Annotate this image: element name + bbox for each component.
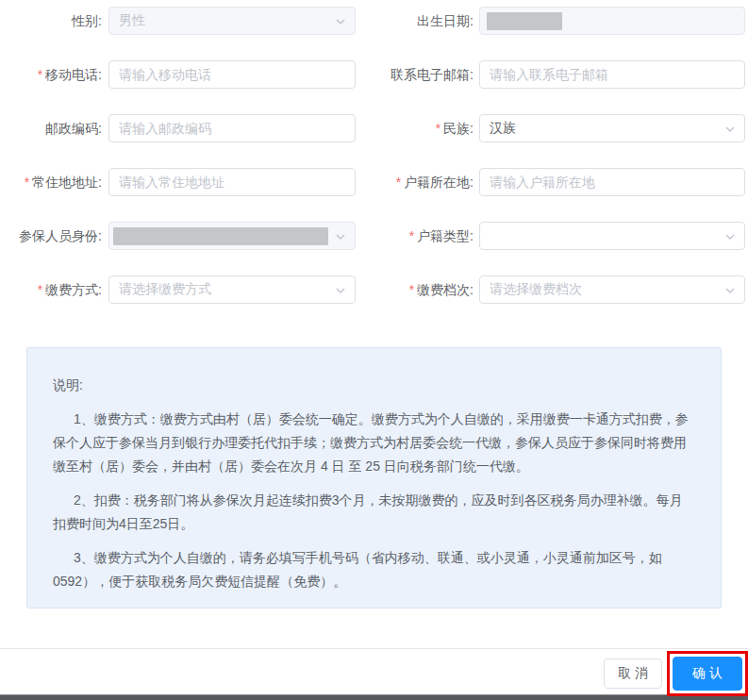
- chevron-down-icon: [334, 15, 347, 28]
- instruction-paragraph-3: 3、缴费方式为个人自缴的，请务必填写手机号码（省内移动、联通、或小灵通，小灵通前…: [53, 546, 695, 593]
- pay-method-placeholder: 请选择缴费方式: [119, 281, 211, 298]
- chevron-down-icon: [334, 284, 347, 297]
- form-row-1: 性别: 男性 出生日期:: [0, 7, 748, 35]
- cancel-button[interactable]: 取 消: [604, 658, 662, 689]
- redacted-value: [113, 227, 328, 245]
- required-asterisk: *: [409, 282, 414, 297]
- instruction-paragraph-1: 1、缴费方式：缴费方式由村（居）委会统一确定。缴费方式为个人自缴的，采用缴费一卡…: [53, 408, 695, 478]
- mobile-label: *移动电话:: [0, 60, 102, 89]
- residence-label: *常住地地址:: [0, 168, 102, 196]
- pay-method-label: *缴费方式:: [0, 275, 102, 304]
- residence-input-wrap: [108, 168, 356, 196]
- gender-value: 男性: [119, 12, 145, 29]
- pay-tier-label: *缴费档次:: [363, 275, 474, 304]
- email-input[interactable]: [490, 67, 718, 82]
- pay-tier-placeholder: 请选择缴费档次: [490, 281, 582, 298]
- required-asterisk: *: [38, 282, 42, 297]
- mobile-input-wrap: [108, 60, 356, 89]
- form-row-2: *移动电话: 联系电子邮箱:: [0, 60, 748, 89]
- hukou-place-label: *户籍所在地:: [363, 168, 474, 196]
- required-asterisk: *: [396, 175, 401, 190]
- hukou-place-input[interactable]: [490, 175, 718, 190]
- form-row-3: 邮政编码: *民族: 汉族: [0, 114, 748, 142]
- chevron-down-icon: [723, 284, 737, 297]
- required-asterisk: *: [25, 175, 29, 190]
- required-asterisk: *: [38, 67, 42, 82]
- hukou-type-label: *户籍类型:: [363, 222, 474, 250]
- postal-input-wrap: [108, 114, 356, 142]
- chevron-down-icon: [334, 230, 347, 243]
- dialog-footer: 取 消 确 认: [0, 648, 748, 698]
- ethnicity-select[interactable]: 汉族: [479, 114, 745, 142]
- birth-date-input[interactable]: [479, 7, 745, 35]
- ethnicity-value: 汉族: [490, 120, 516, 137]
- chevron-down-icon: [723, 123, 737, 136]
- pay-tier-select[interactable]: 请选择缴费档次: [479, 275, 745, 304]
- ethnicity-label: *民族:: [363, 114, 474, 142]
- redacted-value: [487, 12, 562, 30]
- postal-label: 邮政编码:: [0, 114, 102, 142]
- form-row-5: 参保人员身份: *户籍类型:: [0, 222, 748, 250]
- instruction-paragraph-2: 2、扣费：税务部门将从参保次月起连续扣费3个月，未按期缴费的，应及时到各区税务局…: [53, 489, 695, 536]
- identity-select[interactable]: [108, 222, 356, 250]
- hukou-place-input-wrap: [479, 168, 745, 196]
- form-area: 性别: 男性 出生日期: *移动电话: 联系电子邮箱: 邮政编码:: [0, 0, 748, 304]
- mobile-input[interactable]: [119, 67, 328, 82]
- annotation-highlight: 确 认: [667, 651, 748, 696]
- gender-select[interactable]: 男性: [108, 7, 356, 35]
- gender-label: 性别:: [0, 7, 102, 35]
- email-input-wrap: [479, 60, 745, 89]
- form-row-4: *常住地地址: *户籍所在地:: [0, 168, 748, 196]
- confirm-button[interactable]: 确 认: [673, 657, 742, 691]
- instructions-title: 说明:: [53, 374, 695, 397]
- residence-input[interactable]: [119, 175, 328, 190]
- enrollment-form-dialog: 性别: 男性 出生日期: *移动电话: 联系电子邮箱: 邮政编码:: [0, 0, 748, 700]
- hukou-type-select[interactable]: [479, 222, 745, 250]
- postal-input[interactable]: [119, 121, 328, 136]
- instructions-box: 说明: 1、缴费方式：缴费方式由村（居）委会统一确定。缴费方式为个人自缴的，采用…: [26, 347, 722, 608]
- email-label: 联系电子邮箱:: [363, 60, 474, 89]
- pay-method-select[interactable]: 请选择缴费方式: [108, 275, 356, 304]
- required-asterisk: *: [436, 121, 440, 136]
- birth-date-label: 出生日期:: [363, 7, 474, 35]
- form-row-6: *缴费方式: 请选择缴费方式 *缴费档次: 请选择缴费档次: [0, 275, 748, 304]
- chevron-down-icon: [723, 230, 737, 243]
- required-asterisk: *: [409, 228, 414, 243]
- identity-label: 参保人员身份:: [0, 222, 102, 250]
